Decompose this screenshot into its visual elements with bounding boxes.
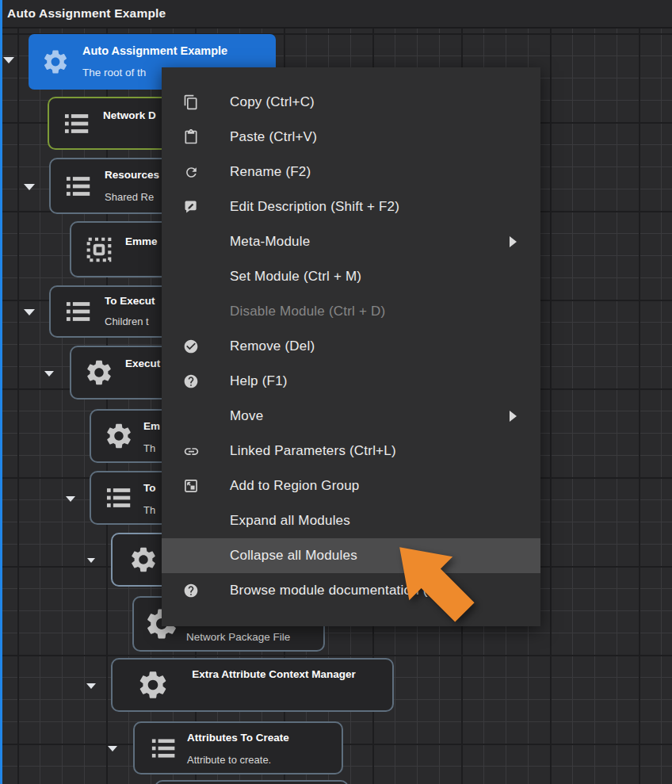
submenu-arrow-icon	[510, 236, 517, 247]
menu-item-copy[interactable]: Copy (Ctrl+C)	[162, 85, 540, 120]
list-icon	[104, 483, 134, 513]
node-title: To	[143, 482, 156, 494]
module-node-extra-attribute-context-manager[interactable]: Extra Attribute Context Manager	[111, 658, 394, 712]
node-title: Execut	[125, 358, 160, 369]
menu-item-meta-module[interactable]: Meta-Module	[162, 224, 540, 259]
menu-item-edit-description[interactable]: Edit Description (Shift + F2)	[162, 189, 540, 224]
node-title: Em	[143, 420, 160, 432]
help-circle-icon	[179, 373, 203, 390]
menu-item-help[interactable]: Help (F1)	[162, 364, 540, 399]
node-title: Emme	[125, 235, 158, 247]
check-circle-icon	[179, 338, 203, 355]
gear-icon	[41, 48, 70, 76]
window-title-bar: Auto Assignment Example	[0, 0, 672, 29]
gear-icon	[128, 545, 158, 575]
menu-item-set-module[interactable]: Set Module (Ctrl + M)	[162, 259, 540, 294]
node-title: Network D	[103, 109, 156, 121]
collapse-toggle-icon[interactable]	[66, 496, 75, 502]
rename-icon	[179, 163, 203, 181]
node-subtitle: Attribute to create.	[187, 754, 271, 766]
link-icon	[179, 442, 203, 460]
node-title: To Execut	[105, 295, 155, 307]
node-subtitle: Th	[143, 504, 155, 516]
module-grid-icon	[84, 235, 114, 265]
collapse-toggle-icon[interactable]	[3, 57, 14, 63]
annotation-arrow-icon	[390, 537, 494, 642]
collapse-toggle-icon[interactable]	[86, 683, 96, 689]
copy-icon	[179, 94, 203, 111]
node-subtitle: Th	[143, 442, 155, 454]
menu-item-linked-parameters[interactable]: Linked Parameters (Ctrl+L)	[162, 434, 540, 468]
node-title: Extra Attribute Context Manager	[163, 668, 384, 680]
collapse-toggle-icon[interactable]	[44, 371, 54, 377]
list-icon	[63, 296, 94, 327]
gear-icon	[84, 358, 114, 388]
collapse-toggle-icon[interactable]	[24, 184, 35, 190]
menu-item-remove[interactable]: Remove (Del)	[162, 329, 540, 364]
list-icon	[149, 733, 178, 763]
paste-icon	[179, 128, 203, 146]
node-title: Auto Assignment Example	[82, 44, 227, 57]
menu-item-expand-all-modules[interactable]: Expand all Modules	[162, 503, 540, 538]
collapse-toggle-icon[interactable]	[87, 558, 95, 563]
module-node-attributes-to-create[interactable]: Attributes To Create Attribute to create…	[133, 721, 343, 774]
node-subtitle: The root of th	[82, 67, 146, 78]
menu-item-paste[interactable]: Paste (Ctrl+V)	[162, 120, 540, 155]
help-circle-icon	[179, 582, 203, 599]
add-region-icon	[179, 477, 203, 495]
left-accent-strip	[0, 0, 2, 784]
menu-item-rename[interactable]: Rename (F2)	[162, 155, 540, 189]
list-icon	[63, 171, 94, 201]
node-title: Network Package File	[186, 631, 290, 643]
module-node-partial[interactable]	[155, 780, 349, 784]
submenu-arrow-icon	[510, 411, 517, 422]
node-subtitle: Children t	[105, 316, 149, 327]
collapse-toggle-icon[interactable]	[108, 746, 117, 751]
node-title: Attributes To Create	[187, 732, 289, 744]
gear-icon	[104, 421, 134, 451]
node-title: Resources	[105, 169, 159, 181]
collapse-toggle-icon[interactable]	[24, 309, 35, 316]
window-title: Auto Assignment Example	[7, 6, 166, 21]
node-subtitle: Shared Re	[105, 191, 154, 203]
edit-description-icon	[179, 198, 203, 216]
menu-item-move[interactable]: Move	[162, 399, 540, 434]
list-icon	[62, 109, 92, 139]
menu-item-add-to-region-group[interactable]: Add to Region Group	[162, 468, 540, 503]
menu-item-disable-module: Disable Module (Ctrl + D)	[162, 294, 540, 329]
